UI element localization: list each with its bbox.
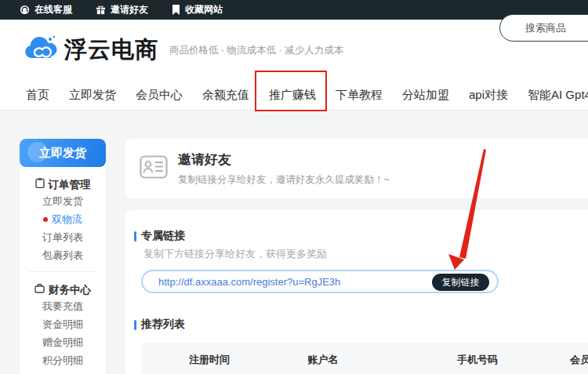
invite-friends-link[interactable]: 邀请好友 [96, 3, 148, 16]
nav-item-order-tutorial[interactable]: 下单教程 [336, 88, 383, 103]
nav-item-home[interactable]: 首页 [26, 88, 49, 103]
gift-icon [96, 5, 106, 15]
referral-table-header-row: 注册时间 账户名 手机号码 会员 [141, 343, 588, 374]
clipboard-icon [35, 178, 45, 192]
sidebar-item-recharge[interactable]: 我要充值 [20, 297, 106, 315]
nav-item-promote-earn[interactable]: 推广赚钱 [269, 88, 316, 103]
exclusive-link-subtitle: 复制下方链接分享给好友，获得更多奖励 [143, 247, 327, 261]
sidebar-item-points-detail[interactable]: 积分明细 [20, 351, 106, 369]
copy-link-button[interactable]: 复制链接 [432, 274, 489, 291]
id-card-icon [140, 155, 168, 182]
sidebar: 立即发货 订单管理 立即发货 双物流 订单列表 包裹列表 财务中心 我要充值 资… [20, 139, 106, 374]
search-products-button[interactable]: 搜索商品 [499, 14, 588, 42]
sidebar-item-bonus-detail[interactable]: 赠金明细 [20, 333, 106, 351]
exclusive-link-section-header: 专属链接 [134, 229, 185, 243]
nav-item-substation[interactable]: 分站加盟 [402, 88, 449, 103]
site-tagline: 商品价格低 · 物流成本低 · 减少人力成本 [169, 44, 343, 57]
section-marker-bar [134, 231, 136, 241]
logo-text: 浮云电商 [64, 34, 158, 66]
column-header-register-time: 注册时间 [189, 353, 230, 367]
invite-card-subtitle: 复制链接分享给好友，邀请好友永久提成奖励！~ [178, 173, 390, 187]
sidebar-item-dual-logistics[interactable]: 双物流 [20, 210, 106, 228]
cloud-logo-icon [24, 33, 60, 67]
referral-list-section-header: 推荐列表 [134, 318, 185, 332]
referral-link-field[interactable]: http://df.axxaaa.com/register?u=RgJE3h 复… [141, 270, 499, 293]
column-header-member-level: 会员 [570, 353, 588, 367]
ship-now-button[interactable]: 立即发货 [20, 139, 106, 167]
invite-card-text: 邀请好友 复制链接分享给好友，邀请好友永久提成奖励！~ [178, 151, 390, 187]
promotion-content-card: 专属链接 复制下方链接分享给好友，获得更多奖励 http://df.axxaaa… [125, 210, 588, 374]
sidebar-item-funds-detail[interactable]: 资金明细 [20, 315, 106, 333]
topbar: 在线客服 邀请好友 收藏网站 [0, 0, 588, 20]
exclusive-link-title: 专属链接 [141, 229, 185, 243]
invite-card-title: 邀请好友 [178, 151, 390, 169]
invite-friends-card: 邀请好友 复制链接分享给好友，邀请好友永久提成奖励！~ [125, 139, 588, 198]
online-service-link[interactable]: 在线客服 [20, 3, 72, 16]
site-logo[interactable]: 浮云电商 [24, 33, 158, 67]
column-header-phone-number: 手机号码 [457, 353, 498, 367]
topbar-item-label: 收藏网站 [185, 3, 223, 16]
headset-icon [20, 5, 30, 15]
nav-item-ship-now[interactable]: 立即发货 [69, 88, 116, 103]
bookmark-site-link[interactable]: 收藏网站 [172, 3, 223, 16]
nav-item-api[interactable]: api对接 [469, 88, 508, 103]
sidebar-item-ship-now[interactable]: 立即发货 [20, 192, 106, 210]
section-marker-bar [134, 320, 136, 330]
referral-link-url[interactable]: http://df.axxaaa.com/register?u=RgJE3h [158, 276, 340, 288]
sidebar-group-finance: 财务中心 我要充值 资金明细 赠金明细 积分明细 [20, 272, 106, 369]
nav-item-ai-gpt[interactable]: 智能AI Gpt4.0 [528, 88, 588, 103]
group-title-order-management: 订单管理 [20, 178, 106, 192]
red-dot-icon [43, 217, 48, 222]
column-header-account-name: 账户名 [308, 353, 339, 367]
sidebar-item-package-list[interactable]: 包裹列表 [20, 246, 106, 264]
sidebar-item-order-list[interactable]: 订单列表 [20, 228, 106, 246]
bookmark-icon [172, 5, 180, 15]
topbar-item-label: 邀请好友 [111, 3, 148, 16]
main-nav: 首页 立即发货 会员中心 余额充值 推广赚钱 下单教程 分站加盟 api对接 智… [0, 81, 588, 111]
sidebar-group-orders: 订单管理 立即发货 双物流 订单列表 包裹列表 [20, 167, 106, 264]
group-title-finance-center: 财务中心 [20, 283, 106, 297]
topbar-item-label: 在线客服 [34, 3, 72, 16]
wallet-icon [34, 283, 45, 297]
referral-list-title: 推荐列表 [141, 318, 185, 332]
nav-item-member-center[interactable]: 会员中心 [136, 88, 183, 103]
nav-item-recharge[interactable]: 余额充值 [202, 88, 249, 103]
